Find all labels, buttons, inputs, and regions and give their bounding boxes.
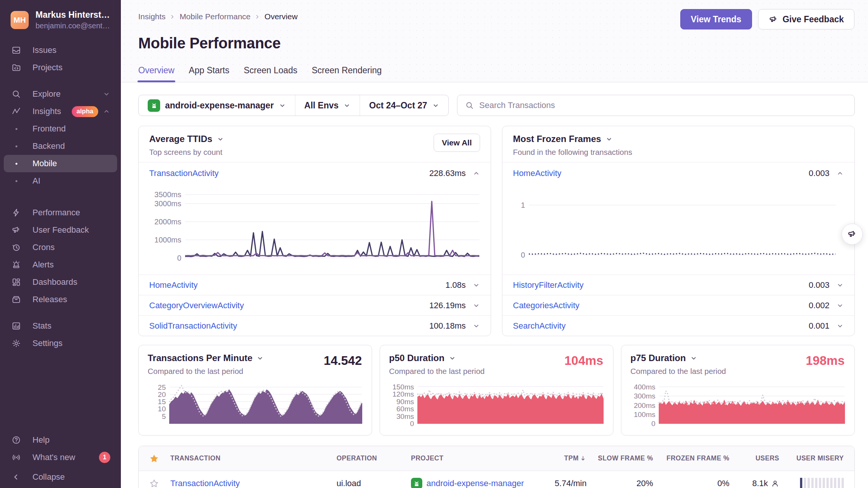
chevron-down-icon bbox=[473, 322, 480, 330]
user-name: Markus Hinterst… bbox=[36, 10, 110, 20]
column-header-misery[interactable]: USER MISERY bbox=[779, 454, 844, 462]
transaction-link[interactable]: HistoryFilterActivity bbox=[513, 280, 809, 290]
star-outline-icon bbox=[149, 479, 159, 488]
date-filter[interactable]: Oct 24–Oct 27 bbox=[360, 95, 448, 116]
collapse-button[interactable]: Collapse bbox=[4, 466, 117, 488]
transaction-link[interactable]: HomeActivity bbox=[513, 168, 809, 178]
tab-screen-loads[interactable]: Screen Loads bbox=[244, 65, 297, 82]
star-toggle[interactable] bbox=[149, 479, 170, 488]
tab-screen-rendering[interactable]: Screen Rendering bbox=[312, 65, 381, 82]
stats-icon bbox=[11, 321, 21, 331]
y-axis-tick: 0 bbox=[651, 420, 655, 427]
nav-section-gap bbox=[0, 308, 121, 317]
card-title-dropdown[interactable] bbox=[217, 136, 224, 143]
sidebar-item-alerts[interactable]: Alerts bbox=[4, 256, 117, 273]
transactions-table: TRANSACTIONOPERATIONPROJECTTPMSLOW FRAME… bbox=[138, 446, 855, 488]
view-trends-button[interactable]: View Trends bbox=[680, 9, 752, 29]
alpha-badge: alpha bbox=[72, 106, 98, 117]
sidebar-item-stats[interactable]: Stats bbox=[4, 317, 117, 335]
sidebar-item-whats-new[interactable]: What's new1 bbox=[4, 449, 117, 466]
user-meta: Markus Hinterst… benjamin.coe@sent… bbox=[36, 10, 110, 30]
breadcrumb-item[interactable]: Mobile Performance bbox=[179, 12, 250, 21]
android-icon bbox=[150, 101, 158, 110]
column-header-users[interactable]: USERS bbox=[729, 454, 779, 462]
column-header-slow[interactable]: SLOW FRAME % bbox=[587, 454, 653, 462]
tab-overview[interactable]: Overview bbox=[138, 65, 175, 82]
transaction-link[interactable]: TransactionActivity bbox=[149, 168, 429, 178]
chevron-down-icon[interactable] bbox=[473, 322, 480, 330]
chevron-down-icon bbox=[473, 281, 480, 289]
chevron-down-icon bbox=[432, 102, 439, 109]
user-menu[interactable]: MH Markus Hinterst… benjamin.coe@sent… bbox=[0, 0, 121, 36]
transaction-link[interactable]: SearchActivity bbox=[513, 321, 809, 331]
chevron-up-icon[interactable] bbox=[473, 170, 480, 177]
sidebar-item-mobile[interactable]: Mobile bbox=[4, 155, 117, 172]
column-header-operation[interactable]: OPERATION bbox=[337, 454, 411, 462]
give-feedback-button[interactable]: Give Feedback bbox=[758, 9, 854, 29]
frozen-frames-chart[interactable]: 10 bbox=[513, 184, 837, 270]
sidebar-item-settings[interactable]: Settings bbox=[4, 335, 117, 352]
page-content: android-expense-manager All Envs Oct 24–… bbox=[121, 82, 868, 488]
card-title-dropdown[interactable] bbox=[690, 355, 697, 362]
star-column-header[interactable] bbox=[149, 454, 170, 463]
sidebar-item-dashboards[interactable]: Dashboards bbox=[4, 273, 117, 291]
view-all-button[interactable]: View All bbox=[434, 134, 480, 152]
sidebar-item-insights[interactable]: Insightsalpha bbox=[4, 103, 117, 120]
ttid-chart-wrap: 3500ms3000ms2000ms1000ms0 bbox=[139, 184, 491, 275]
transaction-link[interactable]: CategoryOverviewActivity bbox=[149, 301, 429, 310]
project-filter[interactable]: android-expense-manager bbox=[139, 95, 295, 116]
tpm-chart[interactable]: 252015105 bbox=[148, 378, 363, 427]
transaction-link[interactable]: HomeActivity bbox=[149, 280, 445, 290]
sidebar-item-releases[interactable]: Releases bbox=[4, 291, 117, 308]
chevron-down-icon[interactable] bbox=[473, 302, 480, 309]
sidebar-item-performance[interactable]: Performance bbox=[4, 204, 117, 221]
sidebar-item-label: Frontend bbox=[32, 124, 110, 134]
card-title-dropdown[interactable] bbox=[256, 355, 264, 362]
y-axis-tick: 100ms bbox=[634, 411, 655, 419]
chevron-up-icon bbox=[473, 170, 480, 177]
sidebar-item-user-feedback[interactable]: User Feedback bbox=[4, 221, 117, 239]
p75-chart[interactable]: 400ms300ms200ms100ms0 bbox=[630, 378, 846, 427]
chevron-up-icon bbox=[836, 170, 844, 177]
sidebar-item-frontend[interactable]: Frontend bbox=[4, 120, 117, 137]
card-title: Transactions Per Minute bbox=[148, 353, 252, 363]
chevron-down-icon[interactable] bbox=[836, 322, 844, 330]
y-axis-tick: 30ms bbox=[397, 412, 414, 420]
sidebar-item-crons[interactable]: Crons bbox=[4, 239, 117, 256]
breadcrumb-item[interactable]: Insights bbox=[138, 12, 165, 21]
chevron-down-icon[interactable] bbox=[836, 302, 844, 309]
card-subtitle: Found in the following transactions bbox=[513, 148, 632, 157]
card-title-dropdown[interactable] bbox=[449, 355, 456, 362]
android-icon bbox=[412, 479, 421, 488]
column-header-transaction[interactable]: TRANSACTION bbox=[170, 454, 337, 462]
sidebar-item-projects[interactable]: Projects bbox=[4, 59, 117, 76]
search-transactions-input[interactable] bbox=[479, 100, 847, 110]
projects-icon bbox=[11, 63, 21, 73]
ttid-chart[interactable]: 3500ms3000ms2000ms1000ms0 bbox=[149, 184, 481, 270]
chevron-down-icon[interactable] bbox=[473, 281, 480, 289]
p50-duration-card: p50 Duration104msCompared to the last pe… bbox=[380, 345, 613, 435]
metric-row-CategoryOverviewActivity: CategoryOverviewActivity126.19ms bbox=[139, 295, 491, 315]
sidebar-item-help[interactable]: Help bbox=[4, 431, 117, 449]
transaction-link[interactable]: TransactionActivity bbox=[170, 479, 240, 488]
p50-chart[interactable]: 150ms120ms90ms60ms30ms0 bbox=[389, 378, 605, 427]
project-link[interactable]: android-expense-manager bbox=[426, 479, 524, 488]
sidebar-item-issues[interactable]: Issues bbox=[4, 42, 117, 59]
sidebar-item-ai[interactable]: AI bbox=[4, 172, 117, 190]
chevron-down-icon[interactable] bbox=[836, 281, 844, 289]
sidebar-item-backend[interactable]: Backend bbox=[4, 137, 117, 155]
column-header-frozen[interactable]: FROZEN FRAME % bbox=[653, 454, 729, 462]
column-header-tpm[interactable]: TPM bbox=[530, 454, 587, 462]
card-title-dropdown[interactable] bbox=[605, 136, 613, 143]
chevron-up-icon bbox=[103, 108, 110, 115]
transaction-link[interactable]: SolidTransactionActivity bbox=[149, 321, 429, 331]
column-header-project[interactable]: PROJECT bbox=[411, 454, 530, 462]
breadcrumb-item[interactable]: Overview bbox=[264, 12, 298, 21]
environment-filter[interactable]: All Envs bbox=[295, 95, 360, 116]
feedback-widget-button[interactable] bbox=[842, 224, 863, 245]
stat-value: 198ms bbox=[806, 354, 845, 368]
chevron-up-icon[interactable] bbox=[836, 170, 844, 177]
sidebar-item-explore[interactable]: Explore bbox=[4, 85, 117, 103]
tab-app-starts[interactable]: App Starts bbox=[189, 65, 229, 82]
transaction-link[interactable]: CategoriesActivity bbox=[513, 301, 809, 310]
